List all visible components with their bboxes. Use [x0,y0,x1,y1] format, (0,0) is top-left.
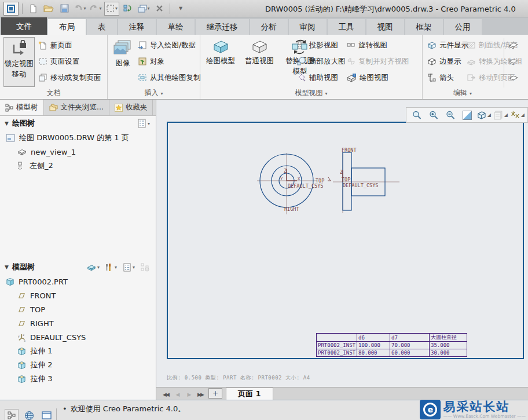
add-page-button[interactable]: + [208,388,222,399]
component-display-button[interactable]: 元件显示 [427,38,468,52]
last-page-button[interactable]: ▶▶ [195,392,206,400]
redo-dropdown-arrow[interactable]: ▾ [99,6,101,11]
model-tree-collapse-arrow[interactable]: ▼ [5,264,9,270]
model-tree-item-extrude1[interactable]: 拉伸 1 [0,344,156,358]
zoom-region-button[interactable] [409,108,424,122]
next-page-button[interactable]: ▶ [183,392,195,400]
page-tab-1[interactable]: 页面 1 [226,388,273,400]
rotate-view-button[interactable]: 旋转视图 [346,38,387,52]
model-tree-item-extrude2[interactable]: 拉伸 2 [0,358,156,372]
tab-file[interactable]: 文件 [1,17,47,35]
drawing-model-button[interactable]: 绘图模型 [203,37,239,65]
projection-view-button[interactable]: 投影视图 [297,38,338,52]
new-page-button[interactable]: 新页面 [38,38,72,52]
import-drawing-button[interactable]: 导入绘图/数据 [138,38,196,52]
model-tree-settings-button[interactable]: ▾ [122,262,136,272]
tab-table[interactable]: 表 [87,19,117,35]
edit-extra-button-1[interactable] [508,38,519,52]
arrows-button[interactable]: 箭头 [427,71,454,85]
undo-button[interactable]: ▾ [73,2,87,16]
navigator-tab-model-tree[interactable]: 模型树 [0,100,44,115]
model-tree-tools-button[interactable]: ▾ [104,262,118,272]
model-tree-item-csys[interactable]: yzx DEFAULT_CSYS [0,330,156,344]
general-view-label: 普通视图 [245,56,274,65]
tab-legacy-migration[interactable]: 继承迁移 [196,19,249,35]
tab-framework[interactable]: 框架 [405,19,443,35]
edge-display-label: 边显示 [439,57,461,67]
tab-review[interactable]: 审阅 [289,19,327,35]
select-mode-button[interactable]: ▾ [104,2,119,16]
tab-view[interactable]: 视图 [366,19,404,35]
drawing-tree-collapse-arrow[interactable]: ▼ [5,120,9,126]
move-to-page-button[interactable]: 移动到页面 [467,71,515,85]
open-file-button[interactable] [42,2,56,16]
edit-extra-button-3[interactable] [508,71,519,85]
drawing-tree-settings-button[interactable]: ▾ [136,118,151,129]
drawing-view-side[interactable]: FRONT Z TOP DEFAULT_CSYS [333,147,399,213]
undo-dropdown-arrow[interactable]: ▾ [83,6,86,11]
web-browser-button[interactable] [22,409,36,420]
tab-layout[interactable]: 布局 [48,19,86,35]
new-file-button[interactable] [26,2,40,16]
aux-view-button[interactable]: 辅助视图 [297,71,338,85]
app-menu-button[interactable] [3,2,19,16]
model-tree-item-top[interactable]: TOP [0,302,156,316]
previous-page-button[interactable]: ◀ [171,392,183,400]
family-table[interactable]: d6 d7 大圆柱直径 PRT0002_INST 100.000 70.000 … [316,333,467,357]
lock-view-move-button[interactable]: 锁定视图 移动 [3,37,35,87]
repaint-button[interactable] [460,108,474,122]
windows-dropdown-arrow[interactable]: ▾ [148,6,150,11]
group-label-insert[interactable]: 插入 ▾ [108,88,200,98]
group-label-edit[interactable]: 编辑 ▾ [423,88,503,98]
edit-extra-button-2[interactable] [508,54,519,68]
model-tree-item-extrude3[interactable]: 拉伸 3 [0,372,156,386]
model-tree-filter-button[interactable]: ▾ [86,263,101,272]
tab-tools[interactable]: 工具 [328,19,365,35]
detail-view-button[interactable]: 局部放大图 [297,54,346,68]
redo-button[interactable]: ▾ [89,2,102,16]
edge-display-button[interactable]: 边显示 [427,54,461,68]
navigator-tab-folder-browser[interactable]: 文件夹浏览... [44,100,109,115]
first-page-button[interactable]: ◀◀ [160,392,171,400]
tab-annotate[interactable]: 注释 [118,19,156,35]
regenerate-button[interactable] [121,2,135,16]
close-window-button[interactable] [152,2,166,16]
zoom-in-button[interactable] [426,108,441,122]
drawing-view-front[interactable]: Z Y X TOP DEFAULT_CSYS RIGHT [257,153,331,214]
full-screen-button[interactable] [39,409,53,420]
front-view-right-label: RIGHT [284,206,299,212]
zoom-out-button[interactable] [443,108,457,122]
copy-from-other-drawing-button[interactable]: 从其他绘图复制 [138,71,201,85]
annotation-display-button[interactable]: ◢ [493,108,508,122]
navigator-tab-favorites[interactable]: 收藏夹 [109,100,153,115]
model-tree-section: ▼ 模型树 ▾ ▾ ▾ [0,260,156,386]
datum-display-button[interactable]: ◢ [510,108,525,122]
drawing-tree-item-projection[interactable]: 左侧_2 [0,159,156,173]
model-tree-item-front[interactable]: FRONT [0,288,156,302]
copy-align-view-button[interactable]: 复制并对齐视图 [346,54,409,68]
page-setup-button[interactable]: 页面设置 [38,54,79,68]
drawing-tree-item-sheet[interactable]: 绘图 DRW0005.DRW 的第 1 页 [0,131,156,145]
customize-qat-button[interactable]: ▼ [174,2,188,16]
tab-common[interactable]: 公用 [444,19,482,35]
drawing-tree-item-view[interactable]: new_view_1 [0,145,156,159]
tab-analysis[interactable]: 分析 [250,19,288,35]
model-tree-show-button[interactable] [140,262,151,272]
display-style-button[interactable]: ◢ [476,108,491,122]
model-tree-item-right[interactable]: RIGHT [0,316,156,330]
tab-sketch[interactable]: 草绘 [157,19,195,35]
toggle-navigator-button[interactable] [5,409,19,420]
move-copy-page-button[interactable]: 移动或复制页面 [38,71,101,85]
general-view-button[interactable]: 普通视图 [241,37,278,65]
select-mode-dropdown-arrow[interactable]: ▾ [115,6,118,11]
family-table-header-row: d6 d7 大圆柱直径 [317,334,467,342]
model-tree-item-part[interactable]: PRT0002.PRT [0,275,156,288]
image-button[interactable]: 图像 [110,37,135,67]
drawing-view-button[interactable]: i 绘图视图 [346,71,388,85]
title-bar: ▾ ▾ ▾ ▾ ▼ DRW000 [0,0,528,17]
save-button[interactable] [57,2,71,16]
object-button[interactable]: 对象 [138,54,164,68]
graphics-area[interactable]: Z Y X TOP DEFAULT_CSYS RIGHT FRONT Z TOP… [156,100,528,400]
windows-button[interactable]: ▾ [137,2,151,16]
group-label-model-views[interactable]: 模型视图 ▾ [200,88,422,98]
